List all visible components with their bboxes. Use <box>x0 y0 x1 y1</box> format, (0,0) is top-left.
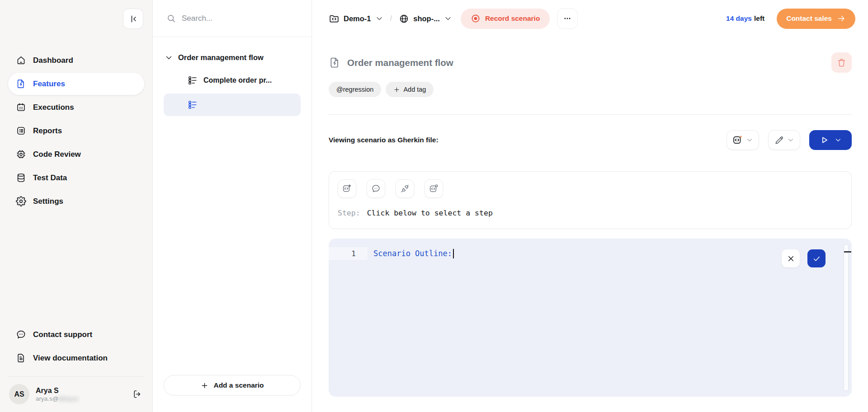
chevron-down-icon <box>746 136 753 144</box>
feature-file-icon <box>329 56 341 69</box>
delete-feature-button[interactable] <box>831 52 852 73</box>
sidebar: Dashboard Features Executions Reports <box>0 0 153 412</box>
plug-icon <box>400 184 410 193</box>
plus-icon <box>200 381 209 390</box>
generate-code-dropdown-button[interactable] <box>726 130 759 150</box>
run-scenario-dropdown-button[interactable] <box>809 130 852 150</box>
home-icon <box>16 55 26 66</box>
step-comment-button[interactable] <box>367 179 385 198</box>
sidebar-item-code-review[interactable]: Code Review <box>8 143 144 165</box>
play-icon <box>820 136 829 145</box>
sidebar-item-features[interactable]: Features <box>8 73 144 95</box>
editor-scrollbar[interactable] <box>844 244 849 391</box>
trial-left-label: left <box>754 14 764 22</box>
step-status-line: Step: Click below to select a step <box>338 209 843 217</box>
chat-icon <box>371 184 381 193</box>
environment-dropdown[interactable]: shop-... <box>399 14 452 24</box>
record-scenario-label: Record scenario <box>485 14 540 23</box>
sidebar-item-label: Code Review <box>33 150 81 159</box>
step-generate-code-button[interactable] <box>338 179 356 198</box>
code-circle-icon <box>429 184 439 193</box>
step-toolbar <box>338 179 843 198</box>
code-sparkle-icon <box>732 135 743 145</box>
tree-item-scenario[interactable]: Complete order pr... <box>164 69 301 92</box>
title-left: Order management flow <box>329 56 453 69</box>
sidebar-footer: Contact support View documentation <box>0 322 152 377</box>
chevron-down-icon <box>375 14 383 23</box>
explorer-panel: Order management flow Complete order pr.… <box>153 0 312 412</box>
sidebar-item-executions[interactable]: Executions <box>8 96 144 118</box>
sidebar-item-label: Contact support <box>33 330 92 339</box>
more-options-button[interactable] <box>557 8 578 29</box>
record-icon <box>471 14 481 23</box>
user-section: AS Arya S arya.s@blinq.io <box>0 377 152 412</box>
title-row: Order management flow <box>329 52 852 73</box>
gear-icon <box>16 196 26 206</box>
main-area: Demo-1 / shop-... Record scenario <box>312 0 868 412</box>
project-dropdown[interactable]: Demo-1 <box>329 13 383 24</box>
breadcrumb-separator: / <box>390 14 392 23</box>
sidebar-item-label: Dashboard <box>33 56 73 65</box>
text-cursor <box>453 249 454 258</box>
ellipsis-icon <box>562 14 572 23</box>
page-title: Order management flow <box>347 57 453 68</box>
sidebar-header <box>0 0 152 37</box>
globe-icon <box>399 14 409 24</box>
topbar: Demo-1 / shop-... Record scenario <box>312 0 868 37</box>
arrow-right-icon <box>837 14 846 23</box>
logout-icon <box>132 389 142 399</box>
gherkin-editor[interactable]: 1 Scenario Outline: <box>329 239 852 397</box>
sidebar-item-label: Test Data <box>33 173 67 183</box>
cancel-edit-button[interactable] <box>782 249 800 267</box>
add-tag-button[interactable]: Add tag <box>386 82 434 97</box>
step-code-settings-button[interactable] <box>425 179 443 198</box>
tags-row: @regression Add tag <box>329 82 852 97</box>
tag-regression[interactable]: @regression <box>329 82 381 97</box>
editor-actions <box>782 249 826 267</box>
search-icon <box>166 14 176 23</box>
search-bar <box>153 0 311 37</box>
tree-item-label: Order management flow <box>178 53 264 62</box>
sidebar-item-test-data[interactable]: Test Data <box>8 167 144 189</box>
tree-item-label: Complete order pr... <box>203 76 272 84</box>
sidebar-item-contact-support[interactable]: Contact support <box>8 323 144 346</box>
contact-sales-button[interactable]: Contact sales <box>777 9 855 29</box>
record-scenario-button[interactable]: Record scenario <box>461 9 550 29</box>
edit-dropdown-button[interactable] <box>768 130 800 150</box>
environment-name: shop-... <box>413 14 440 23</box>
sidebar-item-view-documentation[interactable]: View documentation <box>8 347 144 369</box>
step-value: Click below to select a step <box>367 209 493 217</box>
feature-content: Order management flow @regression Add ta… <box>312 37 868 412</box>
editor-scrollbar-thumb[interactable] <box>844 251 851 253</box>
project-name: Demo-1 <box>344 14 371 23</box>
user-info: Arya S arya.s@blinq.io <box>36 386 78 402</box>
pencil-icon <box>774 135 784 145</box>
step-connect-button[interactable] <box>396 179 414 198</box>
tree-item-feature[interactable]: Order management flow <box>164 51 301 65</box>
search-input[interactable] <box>182 14 298 23</box>
user-name: Arya S <box>36 386 78 395</box>
chat-icon <box>16 329 26 340</box>
collapse-sidebar-icon <box>128 14 138 24</box>
add-scenario-button[interactable]: Add a scenario <box>164 375 301 396</box>
trial-days: 14 days <box>726 14 752 22</box>
tree-item-scenario-selected[interactable] <box>164 94 301 116</box>
sidebar-item-label: Settings <box>33 197 63 206</box>
avatar: AS <box>9 384 29 404</box>
project-folder-icon <box>329 13 340 24</box>
chevron-down-icon <box>165 53 173 62</box>
scenario-icon <box>188 100 198 110</box>
chevron-down-icon <box>444 14 452 23</box>
logout-button[interactable] <box>132 389 142 399</box>
sidebar-item-dashboard[interactable]: Dashboard <box>8 49 144 71</box>
plus-icon <box>393 86 400 93</box>
tag-label: @regression <box>336 86 373 93</box>
collapse-sidebar-button[interactable] <box>123 9 143 29</box>
gherkin-toolbar-row: Viewing scenario as Gherkin file: <box>329 130 852 150</box>
scenario-actions <box>726 130 852 150</box>
confirm-edit-button[interactable] <box>807 249 826 267</box>
calendar-icon <box>16 102 26 112</box>
trash-icon <box>836 57 847 68</box>
sidebar-item-settings[interactable]: Settings <box>8 190 144 212</box>
sidebar-item-reports[interactable]: Reports <box>8 120 144 142</box>
